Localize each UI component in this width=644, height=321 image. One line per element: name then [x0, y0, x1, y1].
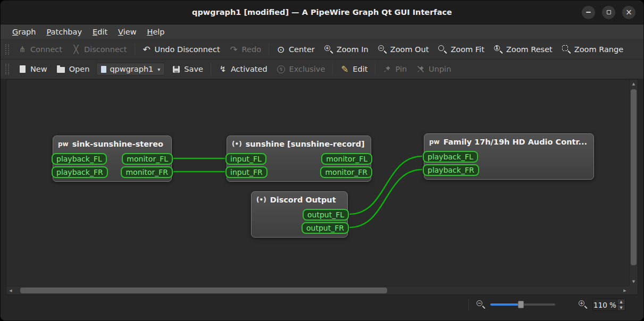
scrollbar-corner: [629, 286, 638, 294]
pin-icon: [383, 65, 391, 73]
port-input-fl[interactable]: input_FL: [225, 153, 266, 165]
menu-help[interactable]: Help: [142, 24, 170, 39]
port-monitor-fr[interactable]: monitor_FR: [320, 166, 372, 178]
session-combo[interactable]: qpwgraph1 ▾: [96, 63, 165, 75]
horizontal-scroll-track[interactable]: [15, 286, 621, 294]
zoom-fit-button[interactable]: Zoom Fit: [433, 42, 489, 57]
minimize-icon: [586, 12, 591, 13]
toolbar-grip[interactable]: [5, 64, 9, 74]
node-family-hd-audio[interactable]: pw Family 17h/19h HD Audio Contr... play…: [424, 133, 594, 180]
scroll-up-button[interactable]: ▲: [630, 80, 638, 88]
session-file-icon: [101, 66, 106, 73]
port-output-fr[interactable]: output_FR: [302, 222, 349, 234]
save-icon: [173, 66, 180, 73]
disconnect-icon: ╳: [72, 46, 80, 54]
node-sink-sunshine-stereo[interactable]: pw sink-sunshine-stereo playback_FL play…: [53, 136, 172, 182]
statusbar-separator: [469, 299, 469, 310]
zoom-reset-button[interactable]: 1 Zoom Reset: [489, 42, 557, 57]
node-sunshine-record[interactable]: (•) sunshine [sunshine-record] input_FL …: [227, 136, 371, 182]
redo-button[interactable]: ↷ Redo: [225, 42, 266, 57]
node-title: sunshine [sunshine-record]: [246, 140, 365, 148]
horizontal-scroll-thumb[interactable]: [20, 288, 387, 293]
undo-disconnect-button[interactable]: ↶ Undo Disconnect: [138, 42, 225, 57]
node-title: Family 17h/19h HD Audio Contr...: [444, 138, 587, 146]
stream-icon: (•): [256, 196, 266, 204]
port-monitor-fl[interactable]: monitor_FL: [122, 153, 173, 165]
activated-button[interactable]: ↯ Activated: [214, 62, 272, 77]
window-controls: ×: [582, 1, 635, 24]
menu-view[interactable]: View: [113, 24, 141, 39]
minimize-button[interactable]: [582, 6, 595, 19]
zoom-range-button[interactable]: Zoom Range: [557, 42, 628, 57]
zoom-in-button[interactable]: + Zoom In: [320, 42, 373, 57]
graph-canvas-area: pw sink-sunshine-stereo playback_FL play…: [6, 79, 638, 295]
app-window: qpwgraph1 [modified] — A PipeWire Graph …: [0, 0, 644, 321]
port-monitor-fr[interactable]: monitor_FR: [121, 166, 173, 178]
unpin-icon: [416, 65, 425, 73]
toolbar-separator: [135, 44, 135, 55]
menu-patchbay[interactable]: Patchbay: [41, 24, 88, 39]
toolbar-separator: [375, 63, 375, 75]
port-playback-fr[interactable]: playback_FR: [423, 164, 479, 176]
port-monitor-fl[interactable]: monitor_FL: [321, 153, 372, 165]
statusbar: − + 110 % ▲ ▼: [1, 295, 643, 320]
zoom-range-icon: [562, 45, 571, 54]
pipewire-icon: pw: [58, 140, 69, 148]
close-icon: ×: [625, 9, 632, 16]
zoom-slider-handle[interactable]: [518, 301, 524, 308]
zoom-reset-icon: 1: [494, 45, 503, 54]
connect-icon: ⋔: [18, 46, 27, 54]
unpin-button[interactable]: Unpin: [412, 62, 456, 77]
node-discord-output[interactable]: (•) Discord Output output_FL output_FR: [251, 191, 348, 238]
exclusive-button[interactable]: ↯ Exclusive: [272, 62, 330, 77]
arrow-down-icon: ▼: [632, 280, 635, 284]
menubar: Graph Patchbay Edit View Help: [1, 24, 643, 40]
center-button[interactable]: ⊙ Center: [272, 42, 320, 57]
save-button[interactable]: Save: [167, 62, 208, 77]
zoom-out-icon: −: [378, 45, 387, 54]
port-input-fr[interactable]: input_FR: [225, 166, 267, 178]
zoom-slider[interactable]: [490, 299, 555, 310]
zoom-spinbox[interactable]: 110 % ▲ ▼: [592, 299, 625, 311]
vertical-scroll-thumb[interactable]: [631, 89, 637, 265]
vertical-scrollbar[interactable]: ▲ ▼: [629, 80, 638, 286]
window-title: qpwgraph1 [modified] — A PipeWire Graph …: [192, 8, 452, 16]
zoom-slider-fill: [490, 303, 520, 306]
port-output-fl[interactable]: output_FL: [303, 209, 349, 221]
arrow-left-icon: ◀: [9, 289, 12, 293]
edit-button[interactable]: ✎ Edit: [336, 62, 372, 77]
pin-button[interactable]: Pin: [378, 62, 412, 77]
scroll-down-button[interactable]: ▼: [630, 277, 638, 286]
toolbar-separator: [269, 44, 269, 55]
zoom-out-button[interactable]: − Zoom Out: [373, 42, 434, 57]
open-button[interactable]: Open: [52, 62, 95, 77]
scroll-left-button[interactable]: ◀: [6, 286, 15, 294]
maximize-button[interactable]: [602, 6, 615, 19]
spin-up-button[interactable]: ▲: [617, 299, 625, 305]
new-button[interactable]: New: [13, 62, 52, 77]
zoom-in-small-icon[interactable]: +: [579, 300, 587, 309]
titlebar[interactable]: qpwgraph1 [modified] — A PipeWire Graph …: [1, 1, 643, 24]
disconnect-button[interactable]: ╳ Disconnect: [67, 42, 132, 57]
close-button[interactable]: ×: [622, 6, 635, 19]
zoom-in-icon: +: [324, 45, 333, 54]
menu-edit[interactable]: Edit: [87, 24, 113, 39]
port-playback-fl[interactable]: playback_FL: [52, 153, 107, 165]
zoom-fit-icon: [438, 45, 447, 54]
menu-graph[interactable]: Graph: [7, 24, 41, 39]
vertical-scroll-track[interactable]: [630, 88, 638, 277]
port-playback-fl[interactable]: playback_FL: [423, 151, 478, 163]
spin-down-button[interactable]: ▼: [617, 305, 625, 310]
port-playback-fr[interactable]: playback_FR: [52, 166, 108, 178]
toolbar-graph: ⋔ Connect ╳ Disconnect ↶ Undo Disconnect…: [1, 40, 643, 60]
toolbar-grip[interactable]: [5, 44, 9, 55]
stream-icon: (•): [232, 140, 242, 148]
scroll-right-button[interactable]: ▶: [621, 286, 629, 294]
connection-wires: [6, 80, 629, 286]
connect-button[interactable]: ⋔ Connect: [13, 42, 67, 57]
horizontal-scrollbar[interactable]: ◀ ▶: [6, 286, 629, 294]
graph-canvas[interactable]: pw sink-sunshine-stereo playback_FL play…: [6, 80, 629, 286]
maximize-icon: [607, 10, 611, 14]
node-title: Discord Output: [270, 196, 336, 204]
zoom-out-small-icon[interactable]: −: [476, 300, 485, 309]
